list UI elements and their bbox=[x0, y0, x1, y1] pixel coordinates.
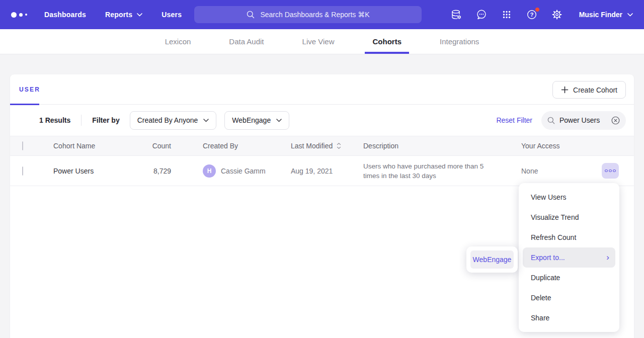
clear-search-icon[interactable] bbox=[611, 116, 620, 125]
created-by-dropdown[interactable]: Created By Anyone bbox=[130, 111, 217, 130]
chevron-down-icon bbox=[137, 13, 142, 17]
logo-dot bbox=[11, 12, 17, 18]
results-count: 1 Results bbox=[39, 116, 70, 124]
svg-text:?: ? bbox=[530, 12, 533, 18]
select-all-checkbox[interactable] bbox=[22, 141, 23, 150]
nav-reports-label: Reports bbox=[105, 11, 132, 19]
menu-item-duplicate[interactable]: Duplicate bbox=[523, 268, 615, 288]
filter-bar: 1 Results Filter by Created By Anyone We… bbox=[10, 105, 634, 136]
tab-live-view[interactable]: Live View bbox=[295, 29, 342, 54]
menu-item-view-users[interactable]: View Users bbox=[523, 187, 615, 207]
source-dropdown[interactable]: WebEngage bbox=[224, 111, 289, 130]
card-header: USER Create Cohort bbox=[10, 74, 634, 105]
chevron-down-icon bbox=[203, 119, 209, 122]
project-switcher[interactable]: Music Finder bbox=[579, 11, 633, 19]
created-by-dropdown-value: Created By Anyone bbox=[137, 116, 198, 124]
plus-icon bbox=[561, 86, 569, 94]
table-row[interactable]: Power Users 8,729 H Cassie Gamm Aug 19, … bbox=[10, 156, 634, 186]
top-nav: Dashboards Reports Users Search Dashboar… bbox=[0, 0, 644, 29]
header-description: Description bbox=[363, 142, 521, 150]
create-cohort-button[interactable]: Create Cohort bbox=[552, 81, 626, 99]
top-nav-actions: ? Music Finder bbox=[450, 9, 633, 21]
reset-filter-link[interactable]: Reset Filter bbox=[496, 116, 532, 124]
row-actions-menu: View Users Visualize Trend Refresh Count… bbox=[519, 183, 619, 332]
source-dropdown-value: WebEngage bbox=[232, 116, 271, 124]
dot-icon bbox=[605, 170, 608, 173]
tab-integrations[interactable]: Integrations bbox=[432, 29, 487, 54]
mixpanel-logo[interactable] bbox=[11, 12, 27, 18]
secondary-tabbar: Lexicon Data Audit Live View Cohorts Int… bbox=[0, 29, 644, 54]
export-submenu: WebEngage bbox=[466, 246, 518, 273]
tab-data-audit[interactable]: Data Audit bbox=[221, 29, 271, 54]
chevron-down-icon bbox=[276, 119, 282, 122]
header-last-modified-label: Last Modified bbox=[291, 142, 333, 150]
search-icon bbox=[246, 10, 255, 19]
creator-name: Cassie Gamm bbox=[221, 167, 266, 175]
user-tab-label: USER bbox=[19, 86, 40, 93]
menu-item-export-to[interactable]: Export to... › bbox=[523, 247, 615, 268]
chat-icon[interactable] bbox=[475, 9, 488, 21]
header-last-modified[interactable]: Last Modified bbox=[291, 142, 363, 150]
count-cell: 8,729 bbox=[131, 167, 174, 175]
header-cohort-name: Cohort Name bbox=[43, 142, 131, 150]
dot-icon bbox=[609, 170, 612, 173]
menu-item-share[interactable]: Share bbox=[523, 308, 615, 328]
logo-dot bbox=[25, 14, 27, 16]
header-created-by: Created By bbox=[174, 142, 291, 150]
cohort-search-input[interactable] bbox=[559, 116, 607, 124]
chevron-down-icon bbox=[627, 13, 633, 17]
menu-item-refresh-count[interactable]: Refresh Count bbox=[523, 227, 615, 247]
data-management-icon[interactable] bbox=[450, 9, 462, 21]
filter-by-label: Filter by bbox=[92, 116, 119, 124]
search-icon bbox=[547, 116, 555, 125]
apps-grid-icon[interactable] bbox=[501, 9, 513, 21]
row-checkbox[interactable] bbox=[22, 166, 23, 176]
access-cell: None bbox=[521, 167, 587, 175]
row-actions-button[interactable] bbox=[602, 163, 619, 179]
primary-nav: Dashboards Reports Users bbox=[44, 11, 182, 19]
header-count: Count bbox=[131, 142, 174, 150]
logo-dot bbox=[19, 13, 23, 17]
help-icon[interactable]: ? bbox=[526, 9, 538, 21]
notification-dot bbox=[535, 7, 540, 12]
submenu-item-webengage[interactable]: WebEngage bbox=[470, 250, 514, 269]
project-name: Music Finder bbox=[579, 11, 622, 19]
header-your-access: Your Access bbox=[521, 142, 587, 150]
create-cohort-label: Create Cohort bbox=[573, 86, 617, 94]
cohort-name-cell[interactable]: Power Users bbox=[43, 167, 131, 175]
chevron-right-icon: › bbox=[606, 253, 609, 262]
last-modified-cell: Aug 19, 2021 bbox=[291, 167, 363, 175]
tab-user-cohorts[interactable]: USER bbox=[10, 74, 49, 105]
tab-lexicon[interactable]: Lexicon bbox=[157, 29, 199, 54]
settings-gear-icon[interactable] bbox=[551, 9, 563, 21]
creator-avatar: H bbox=[203, 164, 216, 178]
menu-item-delete[interactable]: Delete bbox=[523, 288, 615, 308]
dot-icon bbox=[613, 170, 616, 173]
divider bbox=[81, 115, 82, 126]
sort-icon bbox=[337, 142, 341, 149]
nav-users[interactable]: Users bbox=[162, 11, 182, 19]
global-search-placeholder: Search Dashboards & Reports ⌘K bbox=[260, 11, 369, 19]
nav-reports[interactable]: Reports bbox=[105, 11, 142, 19]
description-cell: Users who have purchased more than 5 tim… bbox=[363, 161, 489, 181]
menu-item-export-label: Export to... bbox=[531, 254, 565, 262]
nav-dashboards[interactable]: Dashboards bbox=[44, 11, 86, 19]
cohort-search-box[interactable] bbox=[541, 111, 626, 130]
table-header-row: Cohort Name Count Created By Last Modifi… bbox=[10, 136, 634, 156]
menu-item-visualize-trend[interactable]: Visualize Trend bbox=[523, 207, 615, 227]
tab-cohorts[interactable]: Cohorts bbox=[365, 29, 409, 54]
global-search-bar[interactable]: Search Dashboards & Reports ⌘K bbox=[194, 6, 422, 23]
